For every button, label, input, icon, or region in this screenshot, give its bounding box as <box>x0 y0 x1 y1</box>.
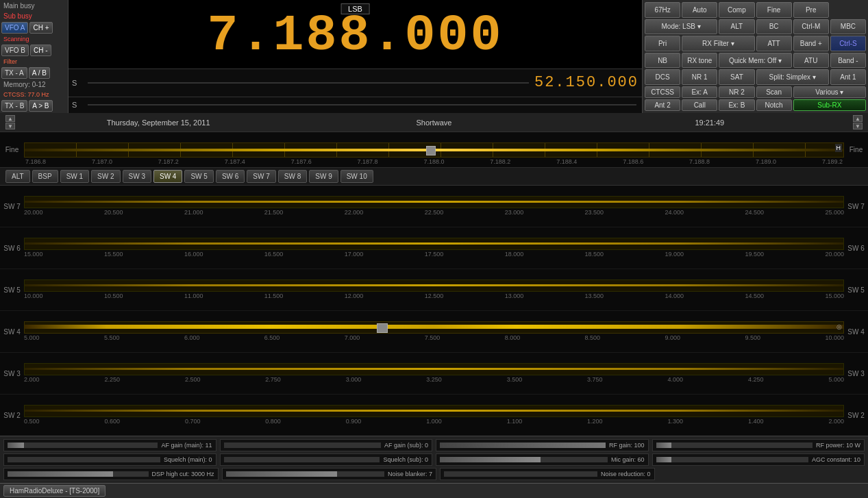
noise-blanker-bar <box>226 471 384 477</box>
ctrl-split[interactable]: Split: Simplex ▾ <box>756 69 829 85</box>
band-sw6[interactable]: SW 6 <box>216 170 245 183</box>
wf-content-sw6: 15.00015.50016.00016.50017.00017.50018.0… <box>24 236 844 260</box>
right-control-panel: 67Hz Auto Comp Fine Pre Mode: LSB ▾ ALT … <box>642 0 868 113</box>
ctrl-fine[interactable]: Fine <box>756 2 792 18</box>
band-sw5[interactable]: SW 5 <box>184 170 213 183</box>
tx-a-button[interactable]: TX - A <box>1 67 27 79</box>
ctrl-nr2[interactable]: NR 2 <box>719 86 754 98</box>
ctrl-various[interactable]: Various ▾ <box>793 86 866 98</box>
ctrl-bandminus[interactable]: Band - <box>830 53 866 69</box>
wf-line-sw5 <box>25 284 843 286</box>
wf-band-sw3: SW 3 2.0002.2502.5002.7503.0003.2503.500… <box>0 353 868 395</box>
a-b-button[interactable]: A / B <box>29 67 50 79</box>
ctrl-notch[interactable]: Notch <box>756 99 792 111</box>
band-selector: ALT BSP SW 1 SW 2 SW 3 SW 4 SW 5 SW 6 SW… <box>0 168 868 186</box>
a-to-b-button[interactable]: A > B <box>29 100 52 112</box>
ctrl-rxfilter[interactable]: RX Filter ▾ <box>682 36 754 51</box>
taskbar-app-title[interactable]: HamRadioDeluxe - [TS-2000] <box>3 485 106 497</box>
ctrl-ctcss[interactable]: CTCSS <box>645 86 680 98</box>
fine-scale: 7.186.8 7.187.0 7.187.2 7.187.4 7.187.6 … <box>24 158 844 166</box>
rf-power-bar <box>656 443 813 448</box>
spectrum-date: Thursday, September 15, 2011 <box>21 119 296 127</box>
scroll-right-up[interactable]: ▲ <box>853 115 863 122</box>
vfo-b-button[interactable]: VFO B <box>1 45 29 56</box>
ctrl-atu[interactable]: ATU <box>793 53 829 69</box>
ctrl-mbc[interactable]: MBC <box>830 19 866 35</box>
bottom-row-3: DSP high cut: 3000 Hz Noise blanker: 7 N… <box>3 468 865 480</box>
band-sw2[interactable]: SW 2 <box>91 170 120 183</box>
ctrl-rxtone[interactable]: RX tone <box>682 53 717 69</box>
fine-right-label: Fine <box>844 146 868 153</box>
ctrl-bc[interactable]: BC <box>756 19 792 35</box>
ctrl-pri[interactable]: Pri <box>645 36 680 51</box>
band-alt[interactable]: ALT <box>5 170 30 183</box>
ctrl-mode[interactable]: Mode: LSB ▾ <box>645 19 717 35</box>
ctrl-call[interactable]: Call <box>682 99 717 111</box>
wf-rlabel-sw4: SW 4 <box>844 328 868 336</box>
dsp-highcut-fill <box>8 471 113 477</box>
wf-content-sw7: 20.00020.50021.00021.50022.00022.50023.0… <box>24 195 844 218</box>
noise-reduction-label: Noise reduction: 0 <box>601 471 651 477</box>
band-sw10[interactable]: SW 10 <box>340 170 373 183</box>
ctrl-pre[interactable]: Pre <box>793 2 829 18</box>
memory-label: Memory: 0-12 <box>1 80 66 89</box>
band-sw4[interactable]: SW 4 <box>153 170 182 183</box>
rf-gain-fill <box>440 443 606 448</box>
ctrl-ctrls[interactable]: Ctrl-S <box>830 36 866 51</box>
ctrl-exa[interactable]: Ex: A <box>682 86 717 98</box>
ctrl-ant2[interactable]: Ant 2 <box>645 99 680 111</box>
wf-cursor-sw4 <box>377 323 388 333</box>
ctrl-nr1[interactable]: NR 1 <box>682 69 717 85</box>
band-sw7[interactable]: SW 7 <box>247 170 275 183</box>
band-sw8[interactable]: SW 8 <box>278 170 307 183</box>
spectrum-header: ▲ ▼ Thursday, September 15, 2011 Shortwa… <box>0 113 868 132</box>
waterfall-container: SW 7 20.00020.50021.00021.50022.00022.50… <box>0 186 868 436</box>
ctrl-auto[interactable]: Auto <box>682 2 717 18</box>
ctrl-bandplus[interactable]: Band + <box>793 36 829 51</box>
ctrl-exb[interactable]: Ex: B <box>719 99 754 111</box>
wf-rlabel-sw7: SW 7 <box>844 203 868 210</box>
tx-b-button[interactable]: TX - B <box>1 100 27 112</box>
ctrl-ant1[interactable]: Ant 1 <box>830 69 866 85</box>
band-sw3[interactable]: SW 3 <box>123 170 151 183</box>
scroll-down[interactable]: ▼ <box>5 123 15 129</box>
band-sw9[interactable]: SW 9 <box>309 170 338 183</box>
ctrl-scan[interactable]: Scan <box>756 86 792 98</box>
wf-band-sw2: SW 2 0.5000.6000.7000.8000.9001.0001.100… <box>0 395 868 436</box>
scroll-right-down[interactable]: ▼ <box>853 123 863 129</box>
band-bsp[interactable]: BSP <box>32 170 58 183</box>
wf-label-sw4: SW 4 <box>0 328 24 336</box>
mic-gain-bar <box>440 457 608 462</box>
scroll-up[interactable]: ▲ <box>5 115 15 122</box>
ctrl-quickmem[interactable]: Quick Mem: Off ▾ <box>719 53 791 69</box>
ch-plus-button[interactable]: CH + <box>29 22 52 34</box>
ctrl-att[interactable]: ATT <box>756 36 792 51</box>
ctrl-ctrlm[interactable]: Ctrl-M <box>793 19 829 35</box>
ctrl-sat[interactable]: SAT <box>719 69 754 85</box>
band-sw1[interactable]: SW 1 <box>60 170 89 183</box>
ctrl-nb[interactable]: NB <box>645 53 680 69</box>
ctrl-67hz[interactable]: 67Hz <box>645 2 680 18</box>
ctrl-subrx[interactable]: Sub-RX <box>793 99 866 111</box>
af-gain-sub-bar <box>224 443 381 448</box>
noise-blanker-display: Noise blanker: 7 <box>222 468 437 480</box>
filter-label: Filter <box>1 58 66 66</box>
mic-gain-display: Mic gain: 60 <box>436 453 649 466</box>
rf-gain-display: RF gain: 100 <box>436 439 649 451</box>
ctrl-dcs[interactable]: DCS <box>645 69 680 85</box>
wf-band-sw5: SW 5 10.00010.50011.00011.50012.00012.50… <box>0 269 868 311</box>
wf-rlabel-sw2: SW 2 <box>844 412 868 419</box>
fine-tuning-area: Fine H 7.186.8 7.187.0 7.187.2 7.187.4 7… <box>0 132 868 168</box>
wf-track-sw4: ◎ <box>24 321 844 334</box>
wf-line-sw7 <box>25 201 843 203</box>
wf-track-sw6 <box>24 238 844 250</box>
fine-cursor <box>426 146 436 155</box>
ctrl-comp[interactable]: Comp <box>719 2 754 18</box>
wf-band-sw6: SW 6 15.00015.50016.00016.50017.00017.50… <box>0 227 868 269</box>
vfo-a-button[interactable]: VFO A <box>1 22 28 34</box>
ch-minus-button[interactable]: CH - <box>30 45 51 56</box>
ctrl-alt[interactable]: ALT <box>719 19 754 35</box>
wf-content-sw3: 2.0002.2502.5002.7503.0003.2503.5003.750… <box>24 362 844 385</box>
af-gain-main-bar <box>8 443 158 448</box>
wf-content-sw4: ◎ 5.0005.5006.0006.5007.0007.5008.0008.5… <box>24 320 844 343</box>
